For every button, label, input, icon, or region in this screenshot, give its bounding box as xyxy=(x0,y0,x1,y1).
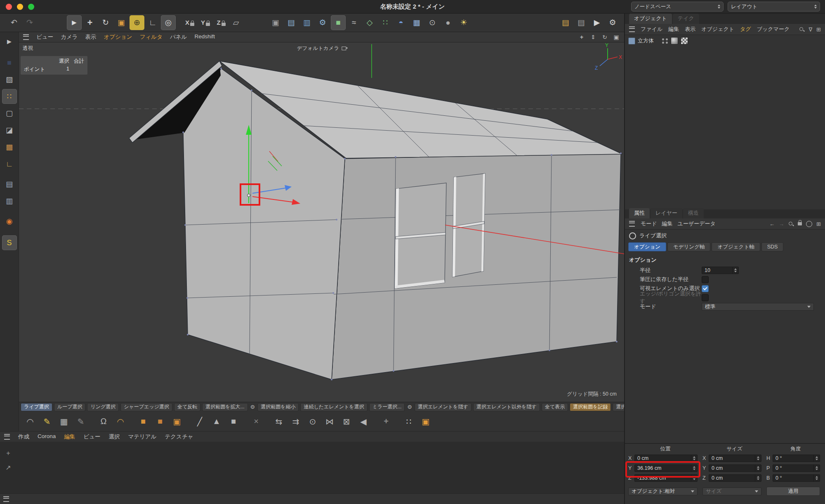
redo-icon[interactable]: ↷ xyxy=(22,15,37,30)
layout-select[interactable]: レイアウト xyxy=(728,2,820,12)
keyframe-icon[interactable]: ▤ xyxy=(574,15,589,30)
generator-icon[interactable]: ◇ xyxy=(362,15,377,30)
lock-y-icon[interactable]: Y xyxy=(198,15,213,30)
position-z-input[interactable]: -133.988 cm xyxy=(634,474,698,482)
hide-selected-button[interactable]: 選択エレメントを隠す xyxy=(415,403,471,411)
rotate-view-icon[interactable]: ↻ xyxy=(601,34,608,40)
toggle-view-icon[interactable]: ▣ xyxy=(613,34,620,40)
rotation-b-input[interactable]: 0 ° xyxy=(773,474,820,482)
radius-input[interactable]: 10 xyxy=(702,267,739,274)
add-panel-icon[interactable]: ⊞ xyxy=(816,26,821,33)
undo-icon[interactable]: ↶ xyxy=(7,15,21,30)
bottom-menu-item[interactable]: 選択 xyxy=(108,433,120,441)
minimize-window-icon[interactable] xyxy=(17,4,23,10)
mode-select[interactable]: 標準 xyxy=(702,303,814,311)
simulation-icon[interactable]: ⊙ xyxy=(425,15,440,30)
render-settings-icon[interactable]: ⚙ xyxy=(315,15,330,30)
object-manager-menu-item[interactable]: 編集 xyxy=(668,26,679,33)
close-window-icon[interactable] xyxy=(6,4,12,10)
nav-arrow-icon[interactable]: ↗ xyxy=(4,463,12,471)
grow-settings-icon[interactable]: ⚙ xyxy=(250,403,256,411)
bottom-menu-item[interactable]: ビュー xyxy=(83,433,100,441)
inner-extrude-icon[interactable]: ▣ xyxy=(169,414,185,429)
attribute-menu-item[interactable]: モード xyxy=(641,220,657,227)
corona-icon[interactable]: ◉ xyxy=(2,214,17,229)
phong-tag-icon[interactable] xyxy=(671,37,678,45)
hamburger-icon[interactable] xyxy=(23,34,29,40)
viewport-menu-item[interactable]: ビュー xyxy=(36,33,53,41)
rotate-tool-icon[interactable]: ↻ xyxy=(98,15,113,30)
light-icon[interactable]: ☀ xyxy=(456,15,471,30)
axis-modify-icon[interactable]: ⊕ xyxy=(130,15,144,30)
visibility-dots-icon[interactable] xyxy=(662,38,668,44)
lock-x-icon[interactable]: X xyxy=(182,15,197,30)
apply-button[interactable]: 適用 xyxy=(766,487,820,496)
nodespace-select[interactable]: ノードスペース xyxy=(631,2,724,12)
weld-icon[interactable]: ⊙ xyxy=(305,414,321,429)
edge-poly-checkbox[interactable] xyxy=(702,294,709,301)
cube-tool-icon[interactable]: ■ xyxy=(226,414,241,429)
attribute-tab-button[interactable]: モデリング軸 xyxy=(667,242,710,251)
render-view-icon[interactable]: ▤ xyxy=(284,15,299,30)
selected-point[interactable] xyxy=(248,194,250,197)
rotation-p-input[interactable]: 0 ° xyxy=(773,464,820,472)
attribute-manager-tab[interactable]: 属性 xyxy=(629,208,650,218)
bottom-menu-item[interactable]: 作成 xyxy=(18,433,29,441)
position-y-input[interactable]: 36.196 cm xyxy=(634,464,698,472)
edges-mode-icon[interactable]: ▢ xyxy=(2,106,17,121)
workplane-mode-icon[interactable]: ∟ xyxy=(2,157,17,171)
camera-label[interactable]: デフォルトカメラ xyxy=(297,45,346,52)
attribute-tab-button[interactable]: オブジェクト軸 xyxy=(712,242,760,251)
zoom-view-icon[interactable]: ⇕ xyxy=(589,34,597,40)
mograph-icon[interactable]: ∷ xyxy=(378,15,393,30)
workplane-icon[interactable]: ▱ xyxy=(229,15,243,30)
viewport[interactable]: Y X Z 透視 デフォルトカメラ 選択 合計 ポイント 1 グリッド間隔 : … xyxy=(19,42,624,402)
viewport-menu-item[interactable]: オプション xyxy=(104,33,132,41)
bottom-menu-item[interactable]: テクスチャ xyxy=(165,433,193,441)
stepper-icon[interactable] xyxy=(691,455,697,462)
stepper-icon[interactable] xyxy=(813,475,820,481)
back-icon[interactable]: ← xyxy=(769,221,775,227)
texture-tag-icon[interactable] xyxy=(681,37,688,45)
camera-menu-icon[interactable] xyxy=(342,47,346,50)
invert-all-button[interactable]: 全て反転 xyxy=(174,403,200,411)
live-selection-tool-icon[interactable]: ► xyxy=(67,15,82,30)
hamburger-icon[interactable] xyxy=(3,496,9,502)
lock-z-icon[interactable]: Z xyxy=(214,15,229,30)
selection-ring-icon[interactable]: ◎ xyxy=(161,15,176,30)
model-mode-icon[interactable]: ■ xyxy=(2,55,17,70)
knife-icon[interactable]: ╱ xyxy=(192,414,207,429)
rotation-h-input[interactable]: 0 ° xyxy=(773,455,820,462)
select-arrow-icon[interactable]: ► xyxy=(2,34,17,49)
lock-workplane-icon[interactable]: ▥ xyxy=(2,194,17,209)
object-manager-menu-item[interactable]: ブックマーク xyxy=(757,26,790,33)
object-mode-select[interactable]: オブジェクト:相対 xyxy=(628,488,698,495)
object-manager-menu-item[interactable]: タグ xyxy=(740,26,751,33)
polygon-pen-icon[interactable]: ✎ xyxy=(73,414,89,429)
hamburger-icon[interactable] xyxy=(629,26,635,32)
object-tree[interactable]: 立方体 xyxy=(625,35,825,209)
object-manager-tab[interactable]: オブジェクト xyxy=(629,14,672,24)
filter-icon[interactable]: ∇ xyxy=(808,26,812,33)
size-z-input[interactable]: 0 cm xyxy=(709,474,761,482)
convert-selection-button[interactable]: 選択範囲を変換 xyxy=(613,403,624,411)
attribute-manager-tab[interactable]: レイヤー xyxy=(651,208,682,218)
retopo-grid-icon[interactable]: ▦ xyxy=(56,414,72,429)
xyz-points-icon[interactable]: ∷ xyxy=(401,414,417,429)
hide-unselected-button[interactable]: 選択エレメント以外を隠す xyxy=(473,403,540,411)
zoom-window-icon[interactable] xyxy=(28,4,34,10)
mirror-selection-button[interactable]: ミラー選択... xyxy=(369,403,405,411)
viewport-canvas[interactable]: Y X Z xyxy=(19,42,624,402)
split-icon[interactable]: ⇉ xyxy=(288,414,304,429)
stepper-icon[interactable] xyxy=(755,475,761,481)
size-y-input[interactable]: 0 cm xyxy=(709,464,761,472)
loop-selection-button[interactable]: ループ選択 xyxy=(54,403,86,411)
bottom-menu-item[interactable]: 編集 xyxy=(64,433,75,441)
viewport-menu-item[interactable]: パネル xyxy=(170,33,187,41)
volume-icon[interactable]: ▦ xyxy=(409,15,424,30)
object-row-cube[interactable]: 立方体 xyxy=(625,35,825,47)
align-icon[interactable]: ◀ xyxy=(356,414,371,429)
stepper-icon[interactable] xyxy=(691,465,697,471)
cone-tool-icon[interactable]: ▲ xyxy=(209,414,224,429)
stepper-icon[interactable] xyxy=(813,465,820,471)
